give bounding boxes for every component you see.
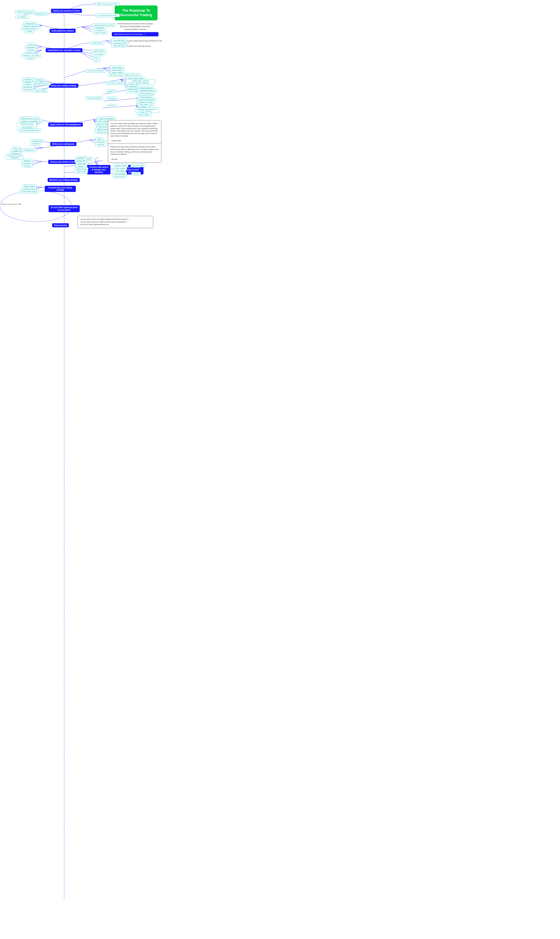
svg-line-109: [82, 140, 89, 142]
svg-line-71: [125, 98, 136, 100]
fundamental-box[interactable]: Fundamental analysis: [85, 69, 106, 72]
healthy-box[interactable]: Healthy: [84, 157, 93, 161]
quote2-author: - Ifan Wei: [111, 158, 117, 160]
quote1-author: - Fred McAllen: [111, 140, 121, 142]
svg-line-56: [111, 79, 120, 81]
capital-markets-box[interactable]: Capital markets: [91, 49, 106, 53]
how-you-feel-box[interactable]: How you feel: [113, 175, 126, 178]
subtitle-line3: curated clickable resources: [124, 28, 146, 30]
forward-test-box[interactable]: Forward test your trading strategy: [45, 186, 76, 192]
fear-greed-box[interactable]: Fear & Greed: [93, 31, 108, 34]
svg-line-101: [34, 147, 43, 148]
svg-line-119: [89, 162, 95, 163]
quote2-box: Patterns don't work 100% of the time. Bu…: [108, 143, 162, 163]
svg-line-6: [64, 12, 82, 15]
harmonic-box[interactable]: Harmonic patterns: [137, 91, 155, 95]
title-text: The Roadmap To Successful Trading: [120, 9, 152, 17]
why-trade-box[interactable]: Why do you want to trade?: [95, 2, 120, 6]
svg-line-125: [95, 162, 99, 163]
expectations-box[interactable]: Expectations: [34, 12, 48, 15]
svg-line-114: [32, 160, 42, 162]
quote1-text: You don't make money by trading, you mak…: [111, 123, 158, 137]
is-realistic-box[interactable]: Is it realistic?: [15, 15, 29, 18]
svg-line-17: [82, 27, 92, 32]
go-live-box[interactable]: Go live! Start small and grow as you (l)…: [49, 205, 80, 212]
svg-line-77: [125, 105, 136, 106]
svg-line-34: [82, 53, 92, 60]
charting-box[interactable]: Charting: [22, 164, 32, 168]
main-container: The Roadmap To Successful Trading Find t…: [0, 0, 167, 939]
url-text: https://patternswizard.com/roadmap/: [114, 33, 143, 35]
otc-box[interactable]: OTC: [93, 59, 100, 62]
price-action-box[interactable]: Price action trading: [106, 81, 125, 85]
physical-mental-box[interactable]: Physical & mental availability: [6, 154, 23, 160]
understand-markets-box[interactable]: Understand the markets: [49, 29, 75, 33]
svg-line-15: [82, 27, 92, 27]
money-risk-box[interactable]: Apply money & risk management: [48, 123, 83, 126]
theories-box[interactable]: Theories: [107, 104, 117, 108]
info-panel: Find the interactive version of this roa…: [111, 22, 160, 31]
quote1-box: You don't make money by trading, you mak…: [108, 120, 162, 144]
intermarket-box[interactable]: Intermarket analysis: [31, 82, 51, 86]
sector-rotation-box[interactable]: Sector rotation: [137, 113, 152, 116]
kill-zones-box[interactable]: Kill zones (Tokyo, London, New York): [108, 73, 140, 77]
define-plan-box[interactable]: Define your trading plan: [50, 142, 77, 146]
svg-line-65: [117, 91, 125, 92]
indicators-box[interactable]: Indicators: [106, 97, 118, 100]
svg-line-115: [32, 162, 42, 163]
choose-broker-box[interactable]: Choose your broker & tools: [48, 160, 78, 164]
take-breaks-box[interactable]: Take breaks: [75, 170, 88, 174]
bottom-info-box: • Do you want to learn more about tradin…: [77, 216, 153, 228]
timeframes-box[interactable]: Timeframes: [33, 78, 45, 82]
bottom-info-line2: • Do you want to access in-depth researc…: [80, 221, 129, 223]
how-handle-risk-box[interactable]: How do you handle risk?: [18, 129, 41, 132]
svg-line-53: [82, 84, 91, 86]
svg-line-2: [82, 4, 95, 5]
subtitle-line1: Find the interactive version of this roa…: [117, 23, 153, 25]
what-expect-box[interactable]: What do you expect?: [15, 10, 35, 14]
svg-line-42: [34, 86, 45, 87]
do-you-have-box[interactable]: Do you have what it takes?: [95, 14, 120, 17]
quote2-text: Patterns don't work 100% of the time. Bu…: [111, 146, 158, 155]
subtitle-line2: (full size & downloadable) and all the: [120, 25, 150, 28]
equity-box[interactable]: Equity: [33, 54, 41, 57]
bottom-info-line1: • Do you want to learn more about tradin…: [80, 218, 130, 220]
practice-emotions-box[interactable]: Practice self-control & manage your emot…: [87, 165, 111, 174]
svg-line-120: [95, 160, 103, 162]
technical-box[interactable]: Technical analysis: [85, 96, 103, 100]
keep-learning-box[interactable]: Keep learning: [52, 223, 69, 227]
bubble-box[interactable]: Bubble: [25, 29, 34, 33]
commodities-box[interactable]: Commodities: [91, 52, 105, 56]
iterate-note: Iterate to enhance your edge: [2, 203, 22, 205]
title-box: The Roadmap To Successful Trading: [115, 5, 157, 20]
svg-line-33: [82, 52, 92, 57]
find-edge-box[interactable]: Find your edge: [33, 89, 48, 92]
patterns-box[interactable]: Patterns: [106, 89, 117, 93]
log-trade-box[interactable]: Log your trade: [131, 164, 145, 167]
url-box[interactable]: https://patternswizard.com/roadmap/ ↗: [112, 32, 158, 36]
watchlist-box[interactable]: Watchlist: [31, 142, 41, 145]
clarify-box[interactable]: Clarify your purpose & vision: [51, 9, 82, 13]
journal-box[interactable]: Journal: [131, 172, 141, 175]
understand-securities-box[interactable]: Understand your securities / assets: [46, 48, 82, 52]
svg-line-14: [82, 25, 92, 27]
svg-line-54: [91, 83, 103, 84]
svg-line-90: [82, 120, 93, 122]
fixed-income-box[interactable]: Fixed income: [91, 41, 105, 45]
external-link-icon: ↗: [143, 33, 145, 35]
high-yield-box[interactable]: High-yield debt: [111, 44, 126, 48]
small-stakes-box[interactable]: Small stakes trading: [20, 190, 39, 193]
svg-line-45: [64, 72, 82, 78]
considerations-box[interactable]: Considerations: [21, 148, 36, 152]
svg-line-16: [82, 27, 92, 29]
svg-line-116: [32, 162, 42, 165]
svg-line-63: [103, 93, 111, 94]
risk-plan-box[interactable]: Risk plan: [95, 143, 106, 146]
bottom-info-line3: Find it all on https://patternswizard.co…: [80, 223, 109, 225]
setup-strategy-box[interactable]: Setup your trading strategy: [49, 84, 78, 88]
svg-line-123: [95, 157, 99, 159]
svg-line-124: [95, 160, 99, 162]
backtest-box[interactable]: Backtest your trading strategy: [48, 178, 80, 182]
yield-curve-box[interactable]: Yield curve: [22, 88, 34, 91]
